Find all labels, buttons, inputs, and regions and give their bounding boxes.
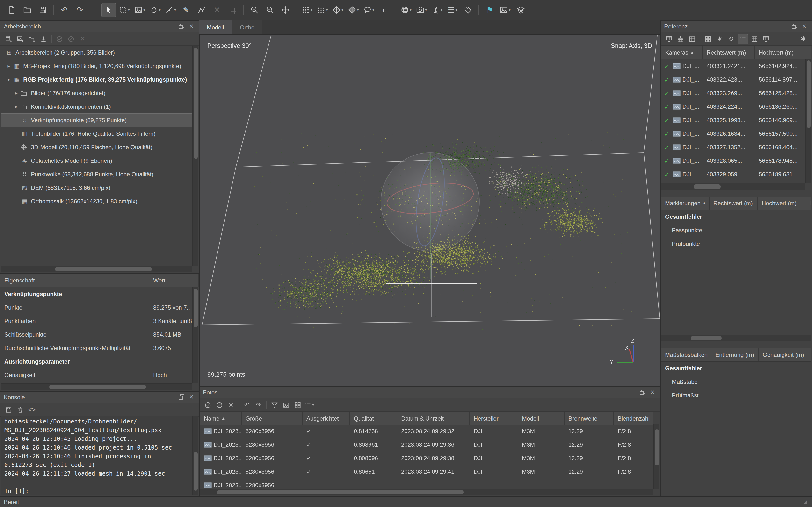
dropdown-arrow-icon[interactable]: ▾ <box>159 8 160 12</box>
open-photo-button[interactable] <box>281 400 292 410</box>
import-data-button[interactable] <box>38 34 49 44</box>
rectangle-selection-button[interactable]: ▾ <box>117 3 132 17</box>
column-header-modell[interactable]: Modell <box>518 412 564 425</box>
camera-enabled-check-icon[interactable]: ✓ <box>664 130 671 137</box>
column-header-fehler-m-[interactable]: Fehler (m) <box>809 348 812 361</box>
column-header-h-he-m-[interactable]: Höhe (m) <box>806 196 812 210</box>
view-estimated-button[interactable] <box>749 34 760 44</box>
tab-modell[interactable]: Modell <box>199 20 232 34</box>
camera-row[interactable]: ✓DJI_...403321.2421...5656102.924... <box>661 59 805 73</box>
column-header-rechtswert-m-[interactable]: Rechtswert (m) <box>710 196 758 210</box>
tree-item-bilder[interactable]: ▸Bilder (176/176 ausgerichtet) <box>1 87 192 100</box>
measure-tool-button[interactable]: ▾ <box>163 3 178 17</box>
view-mode-menu-button[interactable]: ☰▾ <box>445 3 460 17</box>
property-row[interactable]: Verknüpfungspunkte <box>0 287 199 301</box>
camera-row[interactable]: ✓DJI_...403323.269...5656125.428... <box>661 87 805 100</box>
camera-row[interactable]: ✓DJI_...403329.059...5656189.631... <box>661 168 805 181</box>
reference-float-button[interactable] <box>790 22 798 30</box>
redo-button[interactable]: ↷ <box>72 3 87 17</box>
console-output[interactable]: tobiaskreckel/Documents/Drohnenbilder/MS… <box>1 416 192 495</box>
tree-item-orthomosaik[interactable]: ▦Orthomosaik (13662x14230, 1.83 cm/pix) <box>1 194 192 208</box>
dropdown-arrow-icon[interactable]: ▾ <box>425 8 427 12</box>
script-editor-button[interactable]: <> <box>27 404 37 415</box>
dropdown-arrow-icon[interactable]: ▾ <box>441 8 442 12</box>
rotate-ccw-button[interactable]: ↶ <box>242 400 252 410</box>
camera-row[interactable]: ✓DJI_...403328.065...5656178.948... <box>661 154 805 168</box>
column-header-blendenzahl[interactable]: Blendenzahl <box>614 412 654 425</box>
draw-polyline-button[interactable]: ✎ <box>179 3 193 17</box>
expand-right-icon[interactable]: ▸ <box>5 64 12 68</box>
property-row[interactable]: GenauigkeitHoch <box>0 369 199 382</box>
show-cameras-button[interactable]: ▾ <box>430 3 444 17</box>
tree-item-verknuepfungspunkte[interactable]: ∷Verknüpfungspunkte (89,275 Punkte) <box>1 113 192 127</box>
reference-row-passpunkte[interactable]: Passpunkte <box>661 224 811 237</box>
import-reference-button[interactable] <box>664 34 674 44</box>
property-row[interactable]: Durchschnittliche Verknüpfungspunkt-Mult… <box>0 341 199 355</box>
column-header-wert[interactable]: Wert <box>149 274 199 287</box>
draw-polygon-button[interactable] <box>194 3 209 17</box>
clear-log-button[interactable] <box>15 404 26 415</box>
workspace-close-button[interactable]: ✕ <box>188 22 195 30</box>
show-shapes-button[interactable] <box>461 3 475 17</box>
photos-float-button[interactable] <box>639 388 646 396</box>
orthomosaic-view-button[interactable]: ▾ <box>361 3 376 17</box>
column-header-entfernung-m-[interactable]: Entfernung (m) <box>711 348 759 361</box>
view-errors-button[interactable] <box>761 34 771 44</box>
camera-enabled-check-icon[interactable]: ✓ <box>664 62 671 70</box>
camera-row[interactable]: ✓DJI_...403327.1352...5656168.404... <box>661 140 805 154</box>
undo-button[interactable]: ↶ <box>57 3 71 17</box>
enable-cameras-button[interactable] <box>203 400 213 410</box>
expand-right-icon[interactable]: ▸ <box>12 104 20 109</box>
tree-item-konnektivitaetskomponenten[interactable]: ▸Konnektivitätskomponenten (1) <box>1 100 192 113</box>
console-float-button[interactable] <box>177 393 185 401</box>
scrollbar-thumb[interactable] <box>694 184 721 189</box>
remove-cameras-button[interactable]: ✕ <box>226 400 236 410</box>
column-header-ausgerichtet[interactable]: Ausgerichtet <box>303 412 350 425</box>
column-header-hochwert-m-[interactable]: Hochwert (m) <box>755 46 811 59</box>
rotate-cw-button[interactable]: ↷ <box>253 400 264 410</box>
add-folder-button[interactable] <box>27 34 37 44</box>
image-brightness-button[interactable]: ◐ <box>377 3 392 17</box>
dropdown-arrow-icon[interactable]: ▾ <box>342 8 343 12</box>
camera-row[interactable]: ✓DJI_...403325.1998...5656146.909... <box>661 113 805 127</box>
column-header-genauigkeit-m-[interactable]: Genauigkeit (m) <box>759 348 809 361</box>
move-region-button[interactable]: ▾ <box>133 3 147 17</box>
model-shaded-view-button[interactable]: ▾ <box>331 3 345 17</box>
column-header-eigenschaft[interactable]: Eigenschaft <box>0 274 149 287</box>
tree-item-tiefenbilder[interactable]: ▥Tiefenbilder (176, Hohe Qualität, Sanft… <box>1 127 192 140</box>
reference-row-ma-st-be[interactable]: Maßstäbe <box>661 375 811 389</box>
reference-row-pr-fma-st-[interactable]: Prüfmaßst... <box>661 389 811 402</box>
scrollbar-thumb[interactable] <box>691 336 722 340</box>
dropdown-arrow-icon[interactable]: ▾ <box>372 8 374 12</box>
reference-settings-button[interactable]: ✱ <box>798 34 809 44</box>
model-textured-view-button[interactable]: ▾ <box>346 3 361 17</box>
dropdown-arrow-icon[interactable]: ▾ <box>312 403 314 407</box>
console-close-button[interactable]: ✕ <box>188 393 195 401</box>
scrollbar-thumb[interactable] <box>194 289 198 327</box>
tree-item-workspace-root[interactable]: ⊞Arbeitsbereich (2 Gruppen, 356 Bilder) <box>1 46 192 59</box>
tab-ortho[interactable]: Ortho <box>232 20 263 34</box>
navigation-mode-button[interactable] <box>278 3 292 17</box>
photo-row[interactable]: DJI_2023...5280x3956✓0.8086962023:08:24 … <box>200 451 654 465</box>
tree-item-punktwolke[interactable]: ⠿Punktwolke (68,342,688 Punkte, Hohe Qua… <box>1 168 192 181</box>
details-view-button[interactable]: ▾ <box>304 400 315 410</box>
scrollbar-thumb[interactable] <box>194 48 198 159</box>
save-log-button[interactable] <box>3 404 14 415</box>
photo-row[interactable]: DJI_2023...5280x3956✓0.8147382023:08:24 … <box>200 425 654 438</box>
point-cloud-view-button[interactable]: ▾ <box>315 3 329 17</box>
scrollbar-thumb[interactable] <box>807 60 811 128</box>
scrollbar-thumb[interactable] <box>55 267 152 271</box>
scrollbar-thumb[interactable] <box>655 429 659 465</box>
camera-enabled-check-icon[interactable]: ✓ <box>664 144 671 151</box>
property-row[interactable]: Schlüsselpunkte854.01 MB <box>0 328 199 341</box>
add-photos-button[interactable] <box>15 34 26 44</box>
column-header-markierungen[interactable]: Markierungen▲ <box>661 196 710 210</box>
column-header-kameras[interactable]: Kameras▲ <box>661 46 703 59</box>
property-row[interactable]: Ausrichtungsparameter <box>0 355 199 369</box>
expand-right-icon[interactable]: ▸ <box>12 91 20 96</box>
reference-row-pr-fpunkte[interactable]: Prüfpunkte <box>661 237 811 250</box>
tree-item-modell-3d[interactable]: 3D-Modell (20,110,459 Flächen, Hohe Qual… <box>1 140 192 154</box>
camera-enabled-check-icon[interactable]: ✓ <box>664 103 671 110</box>
photo-row[interactable]: DJI_2023...5280x3956✓0.8089612023:08:24 … <box>200 438 654 451</box>
dropdown-arrow-icon[interactable]: ▾ <box>410 8 411 12</box>
